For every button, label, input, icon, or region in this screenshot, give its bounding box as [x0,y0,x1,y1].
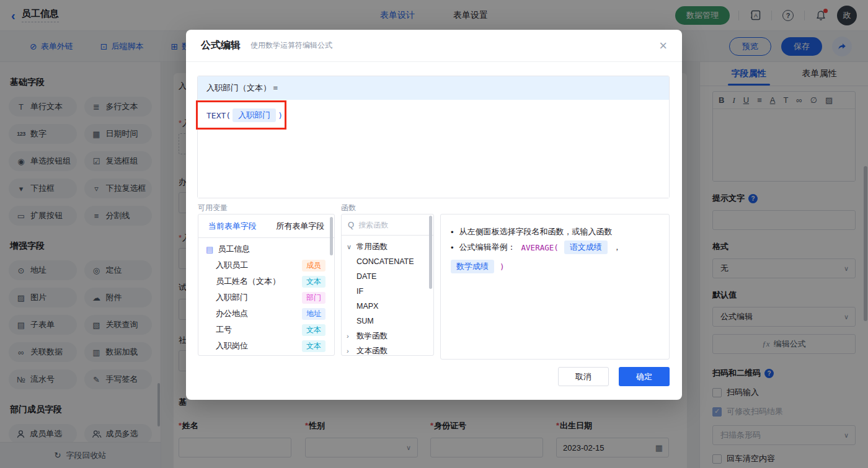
tip-example-chip: 数学成绩 [451,260,494,273]
tab-current-form-fields[interactable]: 当前表单字段 [198,214,267,237]
function-group-math[interactable]: › 数学函数 [342,329,433,343]
formula-target: 入职部门（文本） = [198,76,669,100]
variable-row[interactable]: 员工姓名（文本） 文本 [198,273,334,289]
formula-tips: • 从左侧面板选择字段名和函数，或输入函数 • 公式编辑举例： AVERAGE(… [440,214,670,360]
variable-row[interactable]: 入职员工 成员 [198,257,334,273]
tip-example-function: AVERAGE( [521,243,559,252]
app-window: ‹ 员工信息 表单设计 表单设置 数据管理 A ? [0,0,868,468]
modal-title: 公式编辑 [201,39,241,52]
tab-all-form-fields[interactable]: 所有表单字段 [267,214,335,237]
field-type-tag: 文本 [302,276,326,288]
function-search[interactable]: Q [342,214,433,236]
chevron-down-icon: ∨ [347,243,353,251]
tip-example-chip: 语文成绩 [564,241,608,254]
formula-editor-modal: 公式编辑 使用数学运算符编辑公式 × 入职部门（文本） = TEXT( 入职部门… [186,30,682,400]
bullet: • [451,227,454,237]
tip-example-comma: ， [613,242,621,253]
field-type-tag: 部门 [302,292,326,304]
formula-function-text: TEXT( [206,111,231,120]
chevron-right-icon: › [347,347,353,355]
function-group-common[interactable]: ∨ 常用函数 [342,239,433,254]
formula-input-area[interactable]: TEXT( 入职部门 ) [198,100,669,198]
function-item[interactable]: SUM [342,314,433,329]
tip-example-close-paren: ) [500,262,505,272]
function-item[interactable]: DATE [342,269,433,284]
function-item[interactable]: IF [342,284,433,299]
formula-field-chip[interactable]: 入职部门 [232,108,276,122]
variable-row[interactable]: 办公地点 地址 [198,306,334,322]
field-type-tag: 文本 [302,324,326,336]
field-type-tag: 成员 [302,260,326,272]
function-group-text[interactable]: › 文本函数 [342,343,433,356]
confirm-button[interactable]: 确定 [619,367,670,386]
variables-panel: 当前表单字段 所有表单字段 ▤ 员工信息 入职员工 成员 员工姓名（文本） 文本… [198,214,335,356]
variables-label: 可用变量 [198,203,228,213]
variable-row[interactable]: 工号 文本 [198,322,334,338]
tip-example-prefix: 公式编辑举例： [459,242,516,253]
variables-scrollbar[interactable] [330,217,333,255]
tip-line-1: 从左侧面板选择字段名和函数，或输入函数 [459,226,613,237]
function-item[interactable]: MAPX [342,299,433,314]
formula-close-paren: ) [278,111,283,120]
close-icon[interactable]: × [659,39,667,53]
functions-scrollbar[interactable] [429,216,432,289]
field-type-tag: 文本 [302,340,326,352]
formula-editor-box: 入职部门（文本） = TEXT( 入职部门 ) [197,76,670,198]
variable-row[interactable]: 入职部门 部门 [198,289,334,306]
function-item[interactable]: CONCATENATE [342,254,433,269]
variable-row[interactable]: 入职岗位 文本 [198,338,334,354]
form-doc-icon: ▤ [206,245,213,254]
form-tree-root[interactable]: ▤ 员工信息 [198,241,334,257]
cancel-button[interactable]: 取消 [558,367,609,386]
function-search-input[interactable] [358,221,420,229]
functions-panel: Q ∨ 常用函数 CONCATENATE DATE IF MAPX SUM › … [341,214,434,356]
field-type-tag: 地址 [302,308,326,320]
chevron-right-icon: › [347,332,353,340]
search-icon: Q [348,220,354,229]
functions-label: 函数 [341,203,356,213]
bullet: • [451,243,454,252]
modal-subtitle: 使用数学运算符编辑公式 [250,40,332,51]
